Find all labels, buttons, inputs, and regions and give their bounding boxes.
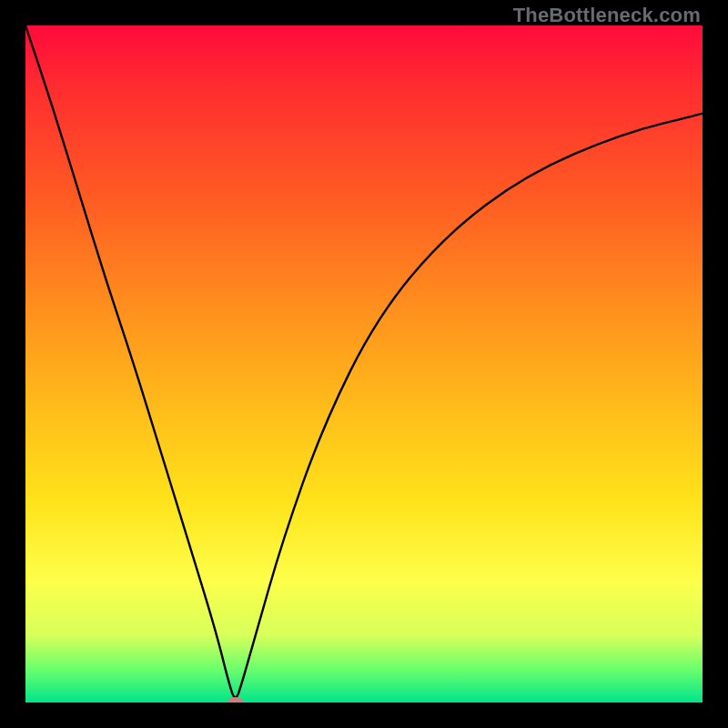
plot-area [25, 25, 703, 703]
minimum-marker [228, 697, 244, 703]
watermark-text: TheBottleneck.com [513, 4, 701, 27]
bottleneck-curve [25, 25, 703, 703]
curve-path [25, 25, 703, 697]
chart-frame: TheBottleneck.com [0, 0, 728, 728]
